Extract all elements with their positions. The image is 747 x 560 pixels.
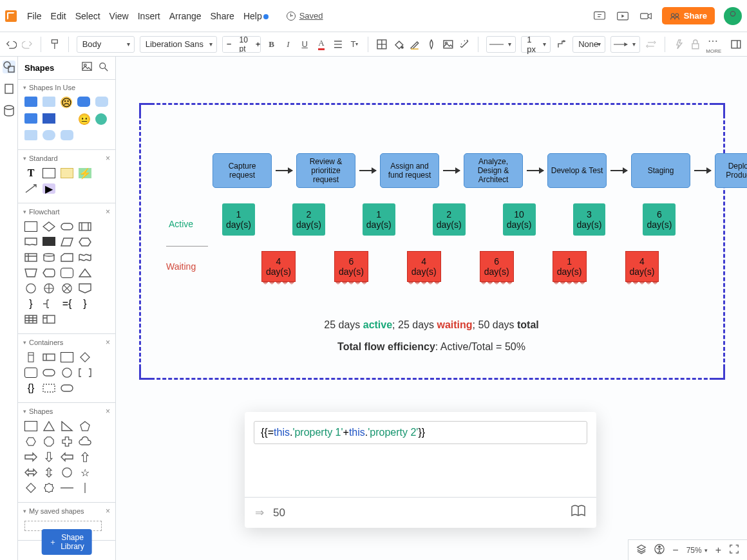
fc-card[interactable] xyxy=(61,252,73,263)
step-capture[interactable]: Capture request xyxy=(213,153,272,188)
step-develop[interactable]: Develop & Test xyxy=(547,153,607,188)
ct-pill[interactable] xyxy=(43,368,55,378)
waiting-box[interactable]: 4day(s) xyxy=(625,251,659,282)
undo-button[interactable] xyxy=(5,37,17,52)
favorite-star-icon[interactable]: ☆ xyxy=(102,0,111,2)
sh-arrow-right[interactable] xyxy=(24,452,37,462)
sh-badge[interactable] xyxy=(43,483,55,493)
fc-terminator[interactable] xyxy=(61,221,73,232)
fc-equal[interactable]: ={ xyxy=(61,299,73,309)
sh-star[interactable]: ☆ xyxy=(79,467,91,478)
panel-image-icon[interactable] xyxy=(82,62,92,74)
format-painter-button[interactable] xyxy=(49,37,61,52)
step-review[interactable]: Review & prioritize request xyxy=(296,153,355,188)
section-containers-close[interactable]: × xyxy=(106,338,110,347)
sh-rtriangle[interactable] xyxy=(61,421,73,431)
shape-roundrect-lightblue[interactable] xyxy=(95,97,108,107)
ct-horizontal[interactable] xyxy=(43,352,55,362)
text-style-select[interactable]: Body xyxy=(77,36,135,53)
rail-shapes-icon[interactable] xyxy=(3,61,15,73)
sh-circle[interactable] xyxy=(61,467,73,478)
line-start-select[interactable]: None xyxy=(572,36,605,53)
active-box[interactable]: 1day(s) xyxy=(363,203,395,236)
fc-manual[interactable] xyxy=(24,268,37,278)
line-end-select[interactable] xyxy=(610,36,640,53)
shape-rect-blue2[interactable] xyxy=(24,113,37,124)
ct-dashed[interactable] xyxy=(43,383,55,393)
summary-line[interactable]: 25 days active; 25 days waiting; 50 days… xyxy=(116,319,747,331)
fc-process2[interactable] xyxy=(43,237,55,246)
font-size-decrease[interactable]: − xyxy=(223,37,236,52)
waiting-label[interactable]: Waiting xyxy=(166,261,196,272)
shape-rect-lightblue2[interactable] xyxy=(24,130,37,140)
shape-roundrect-blue[interactable] xyxy=(77,97,90,107)
shape-rectangle[interactable] xyxy=(43,168,55,178)
sh-arrow-ud[interactable] xyxy=(43,467,55,478)
sh-vline[interactable] xyxy=(79,483,91,493)
shape-rect-lightblue[interactable] xyxy=(43,97,55,107)
sh-rect[interactable] xyxy=(24,421,37,431)
waiting-box[interactable]: 1day(s) xyxy=(553,251,587,282)
video-icon[interactable] xyxy=(639,10,653,23)
ct-rect[interactable] xyxy=(61,352,73,362)
fc-roundrect[interactable] xyxy=(61,268,73,278)
section-containers[interactable]: ▾Containers× xyxy=(23,338,110,347)
shape-note[interactable] xyxy=(61,168,73,178)
fc-data[interactable] xyxy=(61,237,73,247)
active-box[interactable]: 6day(s) xyxy=(643,203,676,236)
fc-process[interactable] xyxy=(24,221,37,232)
present-icon[interactable] xyxy=(616,10,630,23)
zoom-in-button[interactable]: + xyxy=(715,545,721,556)
section-saved[interactable]: ▾My saved shapes× xyxy=(23,507,110,516)
menu-share[interactable]: Share xyxy=(211,11,234,21)
fc-offpage[interactable] xyxy=(79,283,91,294)
fc-brace[interactable]: } xyxy=(24,299,37,309)
share-button[interactable]: Share xyxy=(662,7,715,24)
fc-tape[interactable] xyxy=(79,252,91,263)
layers-icon[interactable] xyxy=(636,544,647,556)
shape-effects-button[interactable] xyxy=(426,37,437,52)
waiting-box[interactable]: 4day(s) xyxy=(407,251,441,282)
fc-or[interactable] xyxy=(61,283,73,294)
line-width-select[interactable]: 1 px xyxy=(521,36,551,53)
sh-cross[interactable] xyxy=(61,436,73,447)
menu-select[interactable]: Select xyxy=(75,11,100,21)
fc-summing[interactable] xyxy=(43,283,55,294)
menu-file[interactable]: File xyxy=(27,11,42,21)
bold-button[interactable]: B xyxy=(266,37,278,52)
formula-input[interactable]: {{=this.'property 1' + this.'property 2'… xyxy=(254,421,587,444)
fc-database[interactable] xyxy=(43,252,55,263)
redo-button[interactable] xyxy=(22,37,33,52)
fc-comment[interactable] xyxy=(43,299,55,309)
app-logo[interactable] xyxy=(5,10,17,22)
fc-predefined[interactable] xyxy=(79,221,91,232)
shape-roundrect-lightblue2[interactable] xyxy=(61,130,73,140)
fc-triangle[interactable] xyxy=(79,268,91,278)
font-size-stepper[interactable]: − 10 pt + xyxy=(222,36,261,53)
active-label[interactable]: Active xyxy=(169,219,193,229)
section-standard-close[interactable]: × xyxy=(106,154,110,163)
docs-icon[interactable] xyxy=(571,505,586,521)
section-standard[interactable]: ▾Standard× xyxy=(23,154,110,163)
section-shapes[interactable]: ▾Shapes× xyxy=(23,407,110,416)
ct-braces[interactable]: {} xyxy=(24,383,37,393)
fc-circle[interactable] xyxy=(24,283,37,294)
shape-emoji-neutral[interactable]: 😐 xyxy=(79,113,90,125)
sh-cloud[interactable] xyxy=(79,436,91,447)
sh-octagon[interactable] xyxy=(43,436,55,447)
fc-table[interactable] xyxy=(24,314,37,324)
shape-emoji-sad[interactable]: ☹ xyxy=(61,97,72,108)
waiting-box[interactable]: 6day(s) xyxy=(334,251,368,282)
magic-button[interactable] xyxy=(459,37,471,52)
fc-document[interactable] xyxy=(24,237,37,247)
more-icon[interactable]: ⋯ xyxy=(708,35,719,47)
ct-vertical[interactable] xyxy=(24,352,37,362)
section-saved-close[interactable]: × xyxy=(106,507,110,516)
text-color-button[interactable]: A xyxy=(316,37,327,52)
shape-empty[interactable] xyxy=(61,113,73,124)
active-box[interactable]: 3day(s) xyxy=(573,203,606,236)
panel-search-icon[interactable] xyxy=(99,62,109,74)
fc-hexagon[interactable] xyxy=(79,237,91,247)
efficiency-line[interactable]: Total flow efficiency: Active/Total = 50… xyxy=(116,341,747,353)
menu-insert[interactable]: Insert xyxy=(138,11,160,21)
